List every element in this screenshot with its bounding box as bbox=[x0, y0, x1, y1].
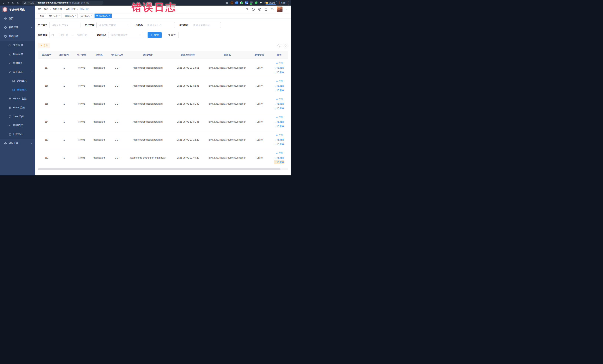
eye-icon bbox=[276, 152, 278, 154]
sidebar-item-java-monitor[interactable]: Java 监控 bbox=[0, 112, 35, 121]
extension-on-badge-icon[interactable] bbox=[250, 1, 253, 4]
sidebar-item-api-log[interactable]: API 日志 bbox=[0, 68, 35, 76]
horizontal-scrollbar[interactable] bbox=[38, 168, 288, 170]
process-status-select[interactable] bbox=[108, 32, 143, 38]
tab-错误日志[interactable]: 错误日志× bbox=[94, 13, 111, 18]
processed-link[interactable]: 已处理 bbox=[275, 102, 284, 105]
font-size-icon[interactable]: TT bbox=[271, 8, 274, 11]
processed-link[interactable]: 已处理 bbox=[275, 66, 284, 69]
sidebar-item-scheduled-tasks[interactable]: 定时任务 bbox=[0, 59, 35, 68]
processed-link[interactable]: 已处理 bbox=[275, 156, 284, 159]
not-secure-warning-icon[interactable] bbox=[24, 2, 26, 4]
export-button[interactable]: 导出 bbox=[38, 43, 50, 48]
field-request-url: 请求地址 bbox=[179, 22, 221, 28]
browser-home-icon[interactable] bbox=[17, 1, 20, 4]
processed-link[interactable]: 已处理 bbox=[275, 120, 284, 123]
sidebar-item-system-management[interactable]: 系统管理 bbox=[0, 23, 35, 32]
breadcrumb-home[interactable]: 首页 bbox=[44, 8, 48, 11]
browser-menu-icon[interactable] bbox=[287, 2, 287, 4]
sidebar-item-trace[interactable]: 链路追踪 bbox=[0, 121, 35, 130]
processed-link[interactable]: 已处理 bbox=[275, 84, 284, 87]
sidebar-item-redis-monitor[interactable]: Redis 监控 bbox=[0, 103, 35, 112]
extension-green-check-icon[interactable] bbox=[240, 1, 243, 4]
collapse-sidebar-icon[interactable] bbox=[38, 8, 41, 11]
close-tab-icon[interactable]: × bbox=[91, 15, 92, 17]
ignored-link[interactable]: 已忽略 bbox=[275, 125, 284, 128]
browser-update-button[interactable]: 更新 bbox=[279, 1, 289, 5]
mysql-icon bbox=[9, 97, 11, 100]
column-header: 异常名 bbox=[207, 51, 248, 59]
sidebar-item-log-center[interactable]: 日志中心 bbox=[0, 130, 35, 139]
tab-定时任务[interactable]: 定时任务× bbox=[47, 13, 62, 18]
detail-link[interactable]: 详细 bbox=[276, 116, 283, 119]
help-icon[interactable] bbox=[258, 8, 261, 11]
close-tab-icon[interactable]: × bbox=[59, 15, 60, 17]
app-name-input[interactable] bbox=[147, 23, 173, 27]
show-search-button[interactable] bbox=[276, 43, 281, 48]
sidebar-item-config-management[interactable]: 配置管理 bbox=[0, 50, 35, 59]
ignored-link[interactable]: 已忽略 bbox=[275, 161, 284, 164]
end-date-placeholder[interactable]: 结束日期 bbox=[74, 33, 90, 37]
request-url-input[interactable] bbox=[193, 23, 219, 27]
browser-back-icon[interactable] bbox=[2, 1, 5, 4]
breadcrumb-api-log[interactable]: API 日志 bbox=[66, 8, 76, 11]
browser-reload-icon[interactable] bbox=[12, 1, 15, 4]
close-tab-icon[interactable]: × bbox=[108, 15, 110, 17]
detail-link[interactable]: 详细 bbox=[276, 80, 283, 83]
sidebar-item-error-log[interactable]: 错误日志 bbox=[0, 85, 35, 94]
user-avatar[interactable] bbox=[277, 7, 282, 12]
tab-访问日志[interactable]: 访问日志× bbox=[79, 13, 93, 18]
tab-label: 首页 bbox=[40, 14, 44, 17]
extension-blue-grid-icon[interactable] bbox=[245, 1, 248, 4]
cell-operations: 详细已处理已忽略 bbox=[271, 131, 288, 149]
process-status-select-input[interactable] bbox=[110, 34, 138, 37]
refresh-table-button[interactable] bbox=[283, 43, 288, 48]
extension-pinwheel-icon[interactable] bbox=[259, 1, 262, 4]
extension-blue-shield-icon[interactable] bbox=[235, 1, 238, 4]
search-button[interactable]: 搜索 bbox=[148, 32, 162, 38]
user-type-select[interactable] bbox=[96, 22, 131, 28]
start-date-placeholder[interactable]: 开始日期 bbox=[55, 33, 71, 37]
sidebar-item-dev-tools[interactable]: 研发工具 bbox=[0, 139, 35, 148]
sidebar-item-home[interactable]: 首页 bbox=[0, 14, 35, 23]
column-header: 请求地址 bbox=[127, 51, 169, 59]
sidebar-item-label: 首页 bbox=[9, 17, 13, 20]
detail-link[interactable]: 详细 bbox=[276, 152, 283, 155]
processed-link[interactable]: 已处理 bbox=[275, 138, 284, 141]
app-logo-row[interactable]: 芋道管理系统 bbox=[0, 6, 35, 14]
header-search-icon[interactable] bbox=[245, 8, 249, 11]
tab-首页[interactable]: 首页 bbox=[38, 13, 46, 18]
check-icon bbox=[275, 125, 277, 128]
user-id-input[interactable] bbox=[51, 23, 78, 27]
sidebar-item-file-management[interactable]: 文件管理 bbox=[0, 41, 35, 50]
sidebar-item-access-log[interactable]: 访问日志 bbox=[0, 76, 35, 85]
user-menu-caret-icon[interactable] bbox=[286, 8, 288, 10]
user-type-select-input[interactable] bbox=[98, 23, 126, 27]
bookmark-star-icon[interactable] bbox=[226, 1, 228, 4]
detail-link[interactable]: 详细 bbox=[276, 97, 283, 101]
breadcrumb-infrastructure[interactable]: 基础设施 bbox=[53, 8, 62, 11]
date-range-picker[interactable]: 开始日期 - 结束日期 bbox=[49, 32, 92, 38]
close-tab-icon[interactable]: × bbox=[74, 15, 76, 17]
url-domain: dashboard.yudao.iocoder.cn bbox=[38, 1, 68, 4]
ignored-link[interactable]: 已忽略 bbox=[275, 107, 284, 110]
sidebar-item-mysql-monitor[interactable]: MySQL 监控 bbox=[0, 94, 35, 103]
column-header: 处理状态 bbox=[248, 51, 271, 59]
ignored-link[interactable]: 已忽略 bbox=[275, 89, 284, 92]
ignored-link[interactable]: 已忽略 bbox=[275, 71, 284, 74]
detail-link[interactable]: 详细 bbox=[276, 61, 283, 65]
address-bar[interactable]: 不安全 dashboard.yudao.iocoder.cn/infra/log… bbox=[22, 1, 104, 5]
paused-extension-pill[interactable]: 已暂停 bbox=[265, 1, 277, 5]
tab-调度日志[interactable]: 调度日志× bbox=[63, 13, 78, 18]
ignored-link[interactable]: 已忽略 bbox=[275, 143, 284, 146]
browser-forward-icon[interactable] bbox=[7, 1, 10, 4]
extension-green-leaf-icon[interactable] bbox=[255, 1, 257, 4]
search-icon bbox=[151, 34, 153, 36]
extension-orange-ring-icon[interactable] bbox=[231, 1, 233, 4]
detail-link[interactable]: 详细 bbox=[276, 133, 283, 137]
horizontal-scrollbar-thumb[interactable] bbox=[38, 168, 280, 170]
reset-button[interactable]: 重置 bbox=[165, 32, 179, 38]
fullscreen-icon[interactable] bbox=[264, 8, 267, 11]
sidebar-item-infrastructure[interactable]: 基础设施 bbox=[0, 32, 35, 41]
github-icon[interactable] bbox=[252, 8, 255, 11]
